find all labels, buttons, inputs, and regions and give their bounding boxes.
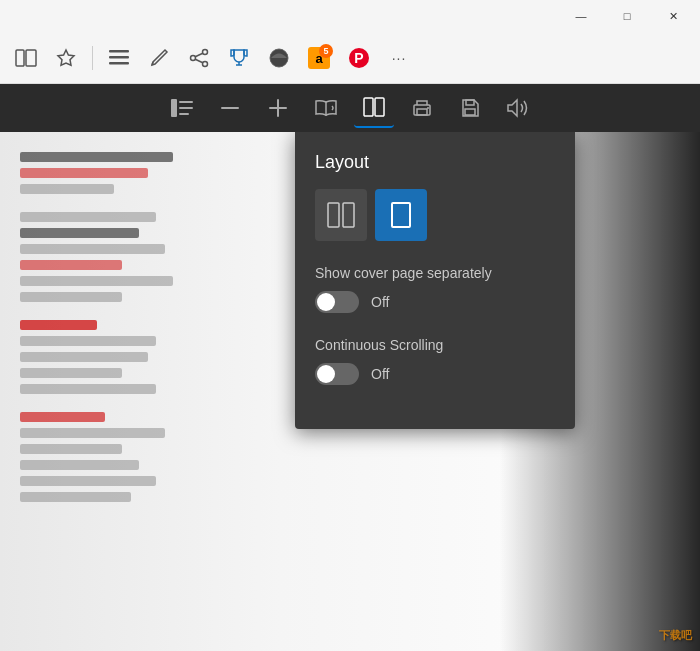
print-tool[interactable] <box>402 88 442 128</box>
browser-window: — □ ✕ <box>0 0 700 651</box>
continuous-scrolling-label: Continuous Scrolling <box>315 337 555 353</box>
svg-line-9 <box>195 59 203 63</box>
svg-rect-20 <box>179 107 193 109</box>
layout-dropdown-panel: Layout Show cover page separately O <box>295 132 575 429</box>
svg-point-7 <box>203 61 208 66</box>
svg-rect-3 <box>109 56 129 59</box>
svg-rect-19 <box>179 101 193 103</box>
reading-mode-tool[interactable] <box>306 88 346 128</box>
watermark: 下载吧 <box>659 628 692 643</box>
svg-rect-31 <box>465 109 475 115</box>
svg-rect-1 <box>26 50 36 66</box>
reading-toolbar <box>0 84 700 132</box>
svg-rect-24 <box>277 99 279 117</box>
pinterest-icon[interactable]: P <box>341 40 377 76</box>
reading-list-icon[interactable] <box>8 40 44 76</box>
svg-text:P: P <box>354 50 363 66</box>
svg-rect-33 <box>343 203 354 227</box>
layout-options <box>315 189 555 241</box>
svg-rect-18 <box>171 99 177 117</box>
svg-rect-32 <box>328 203 339 227</box>
svg-point-6 <box>191 55 196 60</box>
opera-icon[interactable] <box>261 40 297 76</box>
browser-toolbar: a 5 P ··· <box>0 32 700 84</box>
show-cover-toggle[interactable] <box>315 291 359 313</box>
trophy-icon[interactable] <box>221 40 257 76</box>
increase-text-tool[interactable] <box>258 88 298 128</box>
svg-line-8 <box>195 53 203 57</box>
layout-tool[interactable] <box>354 88 394 128</box>
more-icon[interactable]: ··· <box>381 40 417 76</box>
read-aloud-tool[interactable] <box>498 88 538 128</box>
show-cover-label: Show cover page separately <box>315 265 555 281</box>
share-icon[interactable] <box>181 40 217 76</box>
minimize-button[interactable]: — <box>558 0 604 32</box>
svg-rect-25 <box>364 98 373 116</box>
amazon-icon[interactable]: a 5 <box>301 40 337 76</box>
svg-rect-21 <box>179 113 189 115</box>
decrease-text-tool[interactable] <box>210 88 250 128</box>
title-bar: — □ ✕ <box>0 0 700 32</box>
toolbar-divider <box>92 46 93 70</box>
svg-rect-4 <box>109 62 129 65</box>
show-cover-toggle-label: Off <box>371 294 389 310</box>
panel-title: Layout <box>315 152 555 173</box>
table-of-contents-tool[interactable] <box>162 88 202 128</box>
svg-point-5 <box>203 49 208 54</box>
continuous-scrolling-toggle-label: Off <box>371 366 389 382</box>
svg-rect-30 <box>466 100 474 105</box>
svg-rect-26 <box>375 98 384 116</box>
close-button[interactable]: ✕ <box>650 0 696 32</box>
two-page-layout-button[interactable] <box>315 189 367 241</box>
maximize-button[interactable]: □ <box>604 0 650 32</box>
page-text <box>20 152 190 508</box>
favorites-icon[interactable] <box>48 40 84 76</box>
show-cover-row: Off <box>315 291 555 313</box>
continuous-scrolling-toggle[interactable] <box>315 363 359 385</box>
hub-icon[interactable] <box>101 40 137 76</box>
svg-rect-34 <box>392 203 410 227</box>
svg-rect-28 <box>417 109 427 115</box>
content-area: Layout Show cover page separately O <box>0 132 700 651</box>
svg-point-29 <box>427 107 429 109</box>
svg-rect-2 <box>109 50 129 53</box>
svg-rect-0 <box>16 50 24 66</box>
amazon-badge: 5 <box>319 44 333 58</box>
save-tool[interactable] <box>450 88 490 128</box>
svg-rect-22 <box>221 107 239 109</box>
continuous-scrolling-row: Off <box>315 363 555 385</box>
single-page-layout-button[interactable] <box>375 189 427 241</box>
web-notes-icon[interactable] <box>141 40 177 76</box>
